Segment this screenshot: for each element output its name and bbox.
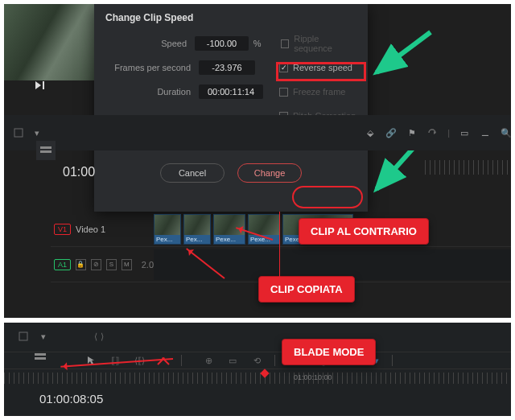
ruler-time-mark: 01:00:10:00: [294, 373, 332, 381]
mute-button[interactable]: M: [122, 259, 132, 270]
search-icon[interactable]: 🔍: [500, 127, 511, 138]
overwrite-icon[interactable]: ▭: [226, 355, 239, 366]
freeze-frame-checkbox[interactable]: Freeze frame: [279, 87, 345, 97]
video-track-name: Video 1: [76, 224, 105, 234]
stacked-view-icon[interactable]: [35, 353, 46, 361]
crop-icon[interactable]: [12, 127, 25, 138]
solo-button[interactable]: S: [106, 259, 117, 270]
disable-icon[interactable]: ⊘: [91, 259, 101, 270]
timeline-ruler-upper[interactable]: [425, 160, 511, 175]
video-track: V1 Video 1 Pex... Pex... Pexe... Pexe...…: [51, 212, 511, 247]
clip[interactable]: Pexe...: [248, 214, 280, 245]
stacked-view-icon[interactable]: [36, 141, 56, 160]
timeline-view-icon[interactable]: ▭: [458, 127, 471, 138]
magnet-icon[interactable]: ⬙: [364, 127, 377, 138]
expand-icon[interactable]: ⟨ ⟩: [93, 331, 105, 342]
lower-toolbar-2: ⟦⟧ ⟨⟦⟩ ⊕ ▭ ⟲ ⬙ 🔗 ⚑ ▮▾: [4, 352, 515, 369]
trim-tool-icon[interactable]: ⟦⟧: [109, 355, 122, 366]
step-end-icon[interactable]: [35, 80, 46, 90]
svg-rect-7: [35, 353, 46, 356]
svg-rect-4: [40, 150, 52, 153]
lock-icon[interactable]: 🔒: [76, 259, 86, 270]
checkbox-icon: [281, 39, 290, 48]
change-button[interactable]: Change: [237, 163, 302, 183]
timeline-toolbar: ▾ ⬙ 🔗 ⚑ | ▭ ⚊ 🔍: [4, 115, 511, 150]
checkbox-icon: [279, 88, 288, 97]
flag-icon[interactable]: ⚑: [406, 127, 418, 138]
zoom-out-icon[interactable]: ⚊: [479, 127, 492, 138]
svg-rect-5: [19, 332, 27, 340]
audio-channels: 2.0: [142, 260, 154, 270]
speed-label: Speed: [105, 39, 195, 48]
link-icon[interactable]: 🔗: [385, 127, 398, 138]
dropdown-caret-icon[interactable]: ▾: [41, 331, 46, 342]
annotation-clip-contrario: CLIP AL CONTRARIO: [299, 218, 429, 245]
duration-label: Duration: [105, 87, 199, 97]
speed-input[interactable]: -100.00: [195, 36, 249, 51]
fps-input[interactable]: -23.976: [199, 60, 255, 75]
svg-rect-3: [40, 146, 52, 149]
annotation-highlight-reverse: [276, 62, 366, 81]
ripple-label: Ripple sequence: [294, 34, 356, 53]
annotation-blade-mode: BLADE MODE: [282, 339, 376, 365]
annotation-arrow-green-1: [370, 28, 435, 84]
change-clip-speed-dialog: Change Clip Speed Speed -100.00 % Ripple…: [94, 4, 368, 212]
fps-label: Frames per second: [105, 63, 199, 72]
clip[interactable]: Pex...: [183, 214, 211, 245]
svg-line-0: [377, 32, 431, 72]
dropdown-caret-icon[interactable]: ▾: [35, 128, 39, 138]
dialog-title: Change Clip Speed: [105, 12, 356, 23]
loop-icon[interactable]: [426, 127, 439, 138]
lower-toolbar-1: ▾ ⟨ ⟩: [4, 327, 515, 345]
freeze-label: Freeze frame: [293, 87, 345, 97]
svg-rect-2: [14, 129, 23, 137]
insert-icon[interactable]: ⊕: [202, 355, 215, 366]
timecode-upper: 01:00: [63, 165, 95, 179]
cancel-button[interactable]: Cancel: [160, 163, 225, 183]
ripple-sequence-checkbox[interactable]: Ripple sequence: [281, 34, 356, 53]
annotation-highlight-change: [292, 186, 363, 208]
playhead[interactable]: [279, 212, 280, 282]
crop-icon[interactable]: [17, 331, 30, 342]
duration-input[interactable]: 00:00:11:14: [199, 84, 263, 99]
replace-icon[interactable]: ⟲: [250, 355, 263, 366]
timecode-lower: 01:00:08:05: [39, 392, 103, 406]
audio-track-tag[interactable]: A1: [54, 259, 71, 270]
speed-unit: %: [253, 39, 262, 48]
preview-thumbnail: [4, 4, 101, 80]
video-track-tag[interactable]: V1: [54, 224, 71, 235]
clip[interactable]: Pex...: [154, 214, 181, 245]
playhead-marker[interactable]: [260, 369, 269, 377]
annotation-clip-copiata: CLIP COPIATA: [258, 276, 355, 303]
svg-rect-8: [35, 357, 46, 360]
timeline-ruler-lower[interactable]: 01:00:10:00: [4, 373, 515, 384]
